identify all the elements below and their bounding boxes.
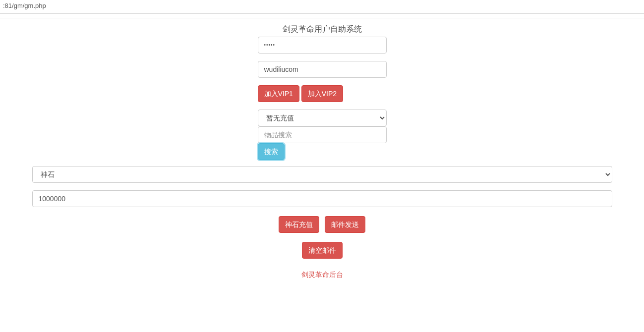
item-search-input[interactable] xyxy=(258,126,387,143)
password-input[interactable]: ••••• xyxy=(258,37,387,54)
username-input[interactable] xyxy=(258,61,387,78)
browser-address-bar[interactable]: :81/gm/gm.php xyxy=(0,0,644,14)
page-container: 剑灵革命用户自助系统 ••••• 加入VIP1 加入VIP2 暂无充值 搜索 神… xyxy=(0,24,644,279)
search-button[interactable]: 搜索 xyxy=(258,143,285,160)
item-send-panel: 神石 xyxy=(32,166,612,207)
item-select[interactable]: 神石 xyxy=(32,166,612,183)
backend-link[interactable]: 剑灵革命后台 xyxy=(301,271,343,279)
mail-send-button[interactable]: 邮件发送 xyxy=(325,216,365,233)
join-vip2-button[interactable]: 加入VIP2 xyxy=(301,85,343,102)
join-vip1-button[interactable]: 加入VIP1 xyxy=(258,85,299,102)
recharge-select[interactable]: 暂无充值 xyxy=(258,110,387,126)
action-button-row-2: 清空邮件 xyxy=(0,242,644,259)
shenshi-recharge-button[interactable]: 神石充值 xyxy=(279,216,319,233)
login-panel: ••••• 加入VIP1 加入VIP2 暂无充值 搜索 xyxy=(258,37,387,160)
password-mask: ••••• xyxy=(264,40,276,50)
amount-input[interactable] xyxy=(32,190,612,207)
clear-mail-button[interactable]: 清空邮件 xyxy=(302,242,343,259)
action-button-row-1: 神石充值 邮件发送 xyxy=(0,216,644,233)
top-divider xyxy=(0,18,644,18)
page-title: 剑灵革命用户自助系统 xyxy=(0,24,644,35)
vip-button-row: 加入VIP1 加入VIP2 xyxy=(258,85,387,102)
address-bar-text: :81/gm/gm.php xyxy=(3,2,46,9)
